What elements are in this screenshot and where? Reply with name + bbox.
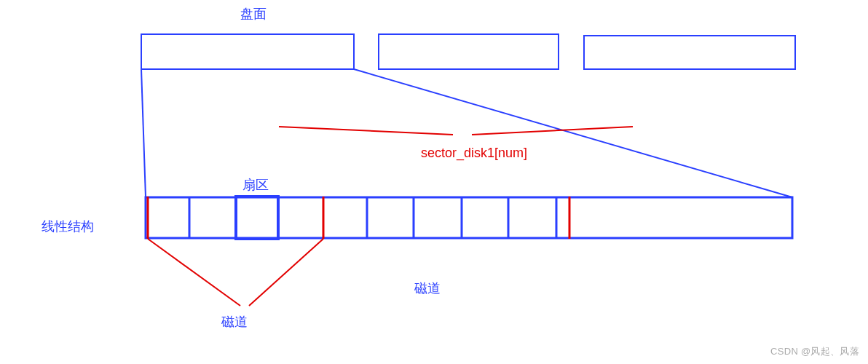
label-array-expr: sector_disk1[num]: [421, 146, 527, 161]
label-sector: 扇区: [242, 178, 269, 192]
platter-box-3: [584, 36, 795, 69]
linear-strip: [146, 197, 792, 238]
label-linear: 线性结构: [42, 219, 94, 234]
track-v-right: [249, 239, 323, 306]
label-platter: 盘面: [240, 7, 267, 21]
track-v-left: [148, 239, 240, 306]
watermark: CSDN @风起、风落: [770, 345, 859, 358]
disk-linearization-diagram: 盘面 sector_disk1[num] 扇区 线性结构 磁道 磁道: [0, 0, 868, 364]
label-track-bottom: 磁道: [221, 314, 248, 329]
array-brace-left: [279, 127, 453, 135]
expand-line-left: [141, 69, 146, 197]
platter-box-2: [379, 34, 559, 69]
label-track-right: 磁道: [414, 281, 441, 296]
sector-cell-highlight: [236, 197, 278, 239]
platter-box-1: [141, 34, 354, 69]
